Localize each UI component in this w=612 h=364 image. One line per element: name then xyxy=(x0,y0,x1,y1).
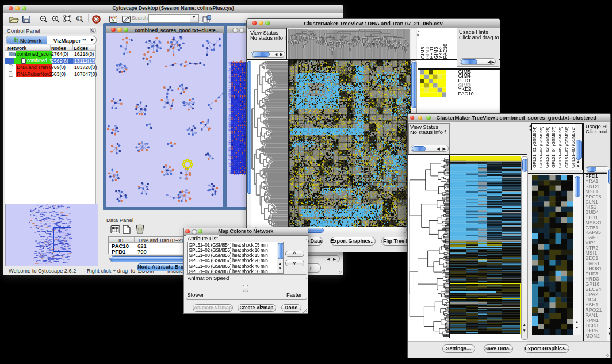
svg-text:1:1: 1:1 xyxy=(78,17,82,20)
